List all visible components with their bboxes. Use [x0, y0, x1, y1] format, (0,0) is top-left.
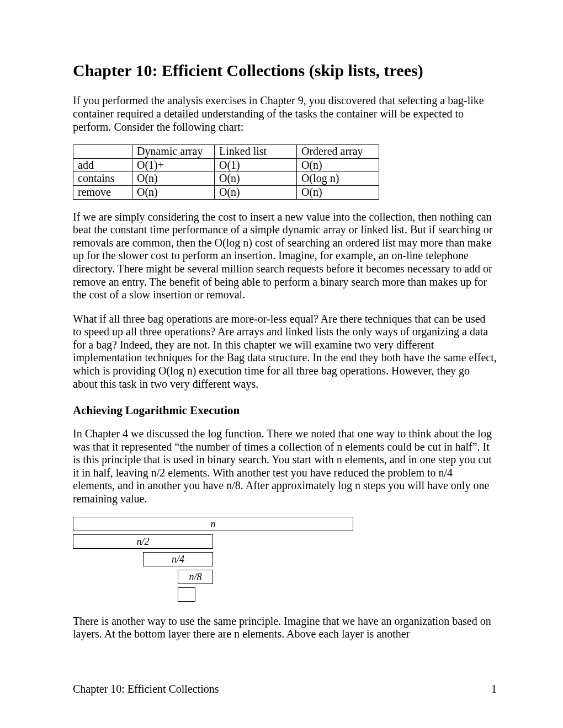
paragraph: If we are simply considering the cost to… [73, 211, 497, 302]
table-cell: remove [73, 185, 132, 199]
table-cell: O(n) [132, 185, 215, 199]
table-cell: Dynamic array [132, 145, 215, 159]
diagram-bar-label: n/8 [189, 571, 201, 582]
table-cell: O(n) [297, 185, 379, 199]
table-row: Dynamic array Linked list Ordered array [73, 145, 379, 159]
section-heading: Achieving Logarithmic Execution [73, 404, 497, 417]
table-row: remove O(n) O(n) O(n) [73, 185, 379, 199]
paragraph: There is another way to use the same pri… [73, 615, 497, 641]
paragraph: What if all three bag operations are mor… [73, 313, 497, 391]
table-cell: Ordered array [297, 145, 379, 159]
page-footer: Chapter 10: Efficient Collections 1 [73, 683, 497, 696]
page: Chapter 10: Efficient Collections (skip … [0, 0, 563, 728]
table-row: add O(1)+ O(1) O(n) [73, 158, 379, 172]
table-cell: O(n) [215, 172, 297, 186]
table-cell: O(n) [132, 172, 215, 186]
table-cell: contains [73, 172, 132, 186]
table-cell: add [73, 158, 132, 172]
diagram-bar: n/8 [178, 570, 213, 584]
table-cell: O(n) [297, 158, 379, 172]
footer-title: Chapter 10: Efficient Collections [73, 683, 219, 695]
page-number: 1 [491, 683, 497, 696]
diagram-bar: n/4 [143, 552, 213, 566]
diagram-bar-label: n/4 [172, 554, 184, 565]
table-cell: O(1)+ [132, 158, 215, 172]
diagram-bar [178, 587, 195, 602]
diagram-bar: n/2 [73, 534, 213, 549]
halving-diagram: n n/2 n/4 n/8 [73, 517, 497, 602]
diagram-bar-label: n/2 [136, 536, 149, 547]
table-cell: Linked list [215, 145, 297, 159]
paragraph: In Chapter 4 we discussed the log functi… [73, 427, 497, 506]
complexity-table: Dynamic array Linked list Ordered array … [73, 144, 379, 199]
paragraph: If you performed the analysis exercises … [73, 94, 497, 133]
diagram-bar: n [73, 517, 353, 531]
table-cell: O(n) [215, 185, 297, 199]
table-cell: O(1) [215, 158, 297, 172]
table-cell: O(log n) [297, 172, 379, 186]
chapter-title: Chapter 10: Efficient Collections (skip … [73, 61, 497, 80]
table-row: contains O(n) O(n) O(log n) [73, 172, 379, 186]
table-cell [73, 145, 132, 159]
